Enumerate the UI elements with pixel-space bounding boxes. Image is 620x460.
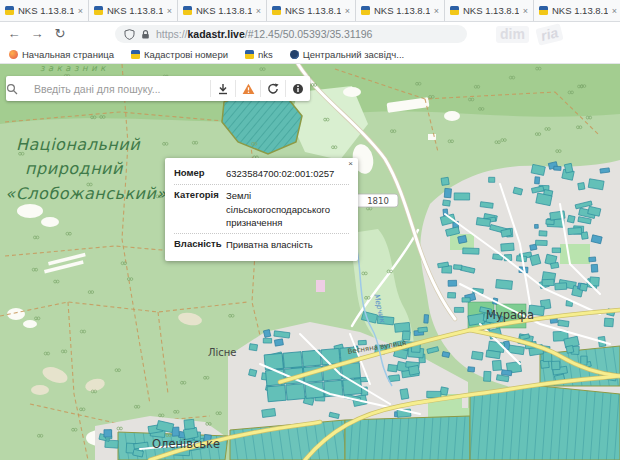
parcel-info-popup: × Номер 6323584700:02:001:0257 Категорія…: [165, 158, 358, 261]
map-svg[interactable]: заказник Національний природний «Слобожа…: [0, 64, 620, 460]
tab-close-icon[interactable]: ×: [167, 6, 172, 16]
nks-favicon-icon: [361, 6, 370, 15]
tab-title: NKS 1.13.8.15.10: [552, 5, 608, 16]
popup-close-icon[interactable]: ×: [348, 160, 353, 168]
popup-row: Номер 6323584700:02:001:0257: [174, 163, 349, 184]
tab-title: NKS 1.13.8.15.10: [374, 5, 430, 16]
nks-favicon-icon: [5, 6, 14, 15]
tab-close-icon[interactable]: ×: [612, 6, 617, 16]
label-village-murafa: Мурафа: [486, 308, 534, 322]
browser-tab[interactable]: NKS 1.13.8.15.10×: [356, 0, 445, 21]
bookmark-item[interactable]: nks: [245, 49, 273, 60]
popup-row-value: Землі сільськогосподарського призначення: [226, 189, 349, 229]
tab-title: NKS 1.13.8.15.10: [285, 5, 341, 16]
lock-icon: [140, 29, 151, 40]
back-button[interactable]: ←: [6, 26, 22, 42]
bookmark-item[interactable]: Кадастрові номери: [131, 49, 228, 60]
nks-favicon-icon: [539, 6, 548, 15]
browser-tab[interactable]: NKS 1.13.8.15.10×: [0, 0, 89, 21]
popup-row-value: 6323584700:02:001:0257: [226, 167, 349, 180]
extension-dim-icon[interactable]: dim: [496, 26, 529, 43]
label-park-line3: «Слобожанський»: [5, 184, 166, 203]
info-button[interactable]: [285, 80, 310, 97]
nks-favicon-icon: [272, 6, 281, 15]
nks-icon: [131, 50, 140, 59]
browser-tab[interactable]: NKS 1.13.8.15.10×: [534, 0, 620, 21]
url-path: /#12.45/50.05393/35.31196: [245, 28, 373, 40]
navigation-bar: ← → ↻ https://kadastr.live/#12.45/50.053…: [0, 22, 620, 46]
extension-ria-icon[interactable]: ria: [535, 23, 563, 46]
bookmark-label: Кадастрові номери: [144, 49, 228, 60]
label-park-line2: природний: [25, 159, 124, 178]
popup-row: Категорія Землі сільськогосподарського п…: [174, 184, 349, 233]
address-bar[interactable]: https://kadastr.live/#12.45/50.05393/35.…: [115, 25, 467, 43]
download-button[interactable]: [210, 80, 235, 97]
nks-favicon-icon: [183, 6, 192, 15]
nks-favicon-icon: [450, 6, 459, 15]
shield-icon[interactable]: [124, 29, 135, 40]
label-park-line1: Національний: [16, 135, 141, 154]
browser-tab[interactable]: NKS 1.13.8.15.10×: [445, 0, 534, 21]
tab-close-icon[interactable]: ×: [78, 6, 83, 16]
map-canvas[interactable]: заказник Національний природний «Слобожа…: [0, 64, 620, 460]
label-village-lisne: Лісне: [208, 347, 237, 358]
globe-icon: [290, 50, 299, 59]
tab-strip: NKS 1.13.8.15.10×NKS 1.13.8.15.10×NKS 1.…: [0, 0, 620, 22]
tab-close-icon[interactable]: ×: [523, 6, 528, 16]
popup-row: Власність Приватна власність: [174, 233, 349, 255]
tab-close-icon[interactable]: ×: [434, 6, 439, 16]
tab-title: NKS 1.13.8.15.10: [463, 5, 519, 16]
search-input[interactable]: [30, 83, 210, 95]
reload-button[interactable]: ↻: [52, 26, 68, 42]
extension-area: dim ria: [496, 26, 562, 43]
home-icon: [9, 50, 18, 59]
map-search-control: [6, 76, 310, 101]
warning-button[interactable]: [235, 80, 260, 97]
bookmark-label: Центральний засвідч...: [303, 49, 404, 60]
forward-button[interactable]: →: [29, 26, 45, 42]
browser-tab[interactable]: NKS 1.13.8.15.10×: [267, 0, 356, 21]
search-icon: [6, 83, 30, 95]
popup-row-label: Номер: [174, 167, 226, 180]
tab-title: NKS 1.13.8.15.10: [18, 5, 74, 16]
tab-title: NKS 1.13.8.15.10: [107, 5, 163, 16]
tab-title: NKS 1.13.8.15.10: [196, 5, 252, 16]
popup-row-value: Приватна власність: [226, 238, 349, 251]
browser-window: NKS 1.13.8.15.10×NKS 1.13.8.15.10×NKS 1.…: [0, 0, 620, 64]
label-reserve: заказник: [40, 64, 109, 73]
tab-close-icon[interactable]: ×: [256, 6, 261, 16]
refresh-button[interactable]: [260, 80, 285, 97]
label-road-ref: 1810: [367, 196, 389, 206]
browser-tab[interactable]: NKS 1.13.8.15.10×: [89, 0, 178, 21]
bookmarks-bar: Начальная страницаКадастрові номериnksЦе…: [0, 46, 620, 64]
url-text: https://kadastr.live/#12.45/50.05393/35.…: [156, 28, 372, 40]
bookmark-label: nks: [258, 49, 273, 60]
popup-row-label: Категорія: [174, 189, 226, 229]
nks-icon: [245, 50, 254, 59]
url-protocol: https://: [156, 28, 188, 40]
label-village-olenivske: Оленівське: [152, 437, 220, 451]
popup-row-label: Власність: [174, 238, 226, 251]
url-host: kadastr.live: [188, 28, 245, 40]
bookmark-item[interactable]: Центральний засвідч...: [290, 49, 404, 60]
nks-favicon-icon: [94, 6, 103, 15]
bookmark-item[interactable]: Начальная страница: [9, 49, 114, 60]
bookmark-label: Начальная страница: [22, 49, 114, 60]
tab-close-icon[interactable]: ×: [345, 6, 350, 16]
browser-tab[interactable]: NKS 1.13.8.15.10×: [178, 0, 267, 21]
